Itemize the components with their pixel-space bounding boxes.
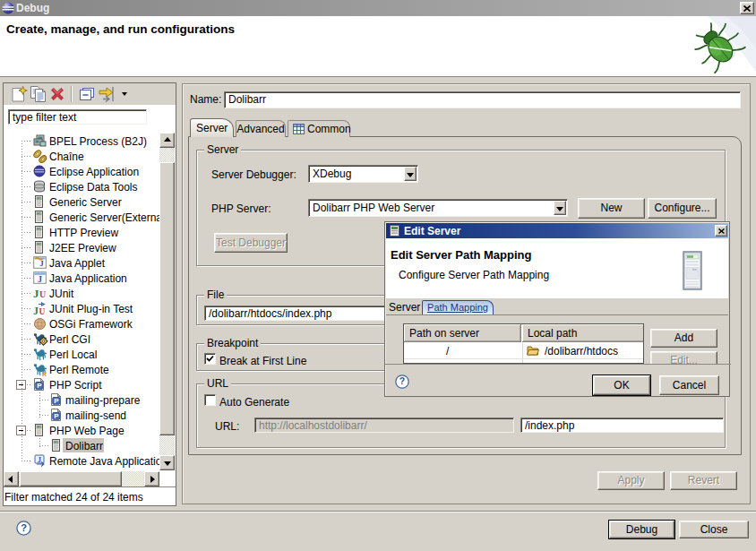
svg-text:J: J	[33, 305, 39, 316]
svg-text:P: P	[54, 412, 59, 420]
svg-text:J: J	[33, 287, 39, 300]
svg-text:J: J	[38, 456, 41, 464]
svg-text:?: ?	[21, 522, 27, 533]
svg-text:J: J	[38, 274, 42, 284]
svg-text:P: P	[37, 382, 42, 390]
svg-text:U: U	[39, 307, 46, 316]
svg-text:U: U	[39, 289, 46, 299]
svg-text:P: P	[54, 397, 59, 405]
svg-text:J: J	[39, 259, 44, 268]
svg-text:R: R	[42, 371, 47, 376]
svg-text:?: ?	[399, 376, 405, 386]
